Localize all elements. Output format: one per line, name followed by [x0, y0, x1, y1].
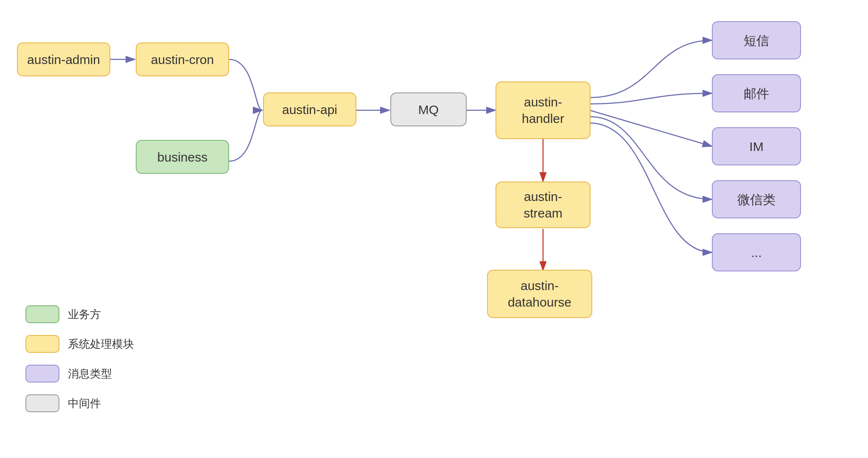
node-austin-handler: austin- handler [496, 81, 591, 139]
node-etc: ... [712, 233, 801, 271]
legend-label-purple: 消息类型 [68, 366, 112, 381]
legend-label-green: 业务方 [68, 307, 101, 322]
node-wechat: 微信类 [712, 180, 801, 218]
legend-box-gray [25, 394, 59, 412]
legend: 业务方 系统处理模块 消息类型 中间件 [25, 305, 134, 424]
node-austin-admin: austin-admin [17, 42, 110, 76]
legend-label-orange: 系统处理模块 [68, 337, 134, 352]
legend-box-green [25, 305, 59, 323]
legend-item-orange: 系统处理模块 [25, 335, 134, 353]
diagram-container: austin-admin austin-cron business austin… [0, 0, 868, 458]
node-business: business [136, 140, 229, 174]
legend-item-gray: 中间件 [25, 394, 134, 412]
node-email: 邮件 [712, 74, 801, 112]
legend-item-green: 业务方 [25, 305, 134, 323]
node-mq: MQ [390, 92, 467, 126]
legend-box-orange [25, 335, 59, 353]
node-austin-api: austin-api [263, 92, 356, 126]
node-sms: 短信 [712, 21, 801, 59]
legend-box-purple [25, 365, 59, 383]
node-austin-stream: austin- stream [496, 182, 591, 228]
legend-label-gray: 中间件 [68, 396, 101, 411]
node-im: IM [712, 127, 801, 165]
node-austin-cron: austin-cron [136, 42, 229, 76]
legend-item-purple: 消息类型 [25, 365, 134, 383]
node-austin-datahourse: austin- datahourse [487, 270, 592, 318]
